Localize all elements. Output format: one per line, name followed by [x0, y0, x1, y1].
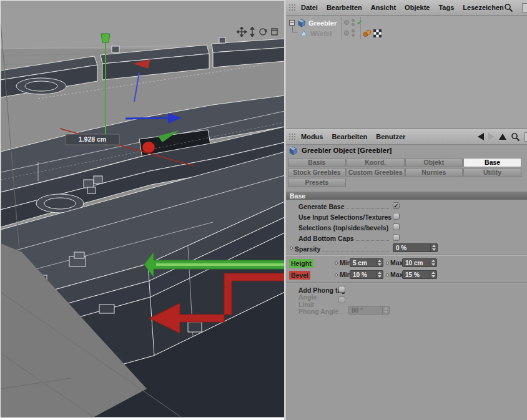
history-back-icon[interactable]	[478, 133, 484, 140]
checkbox-selections[interactable]	[393, 223, 400, 230]
maximize-icon[interactable]	[272, 29, 277, 35]
object-name[interactable]: Greebler	[308, 19, 337, 27]
checkbox-bottom-caps[interactable]	[393, 234, 400, 241]
sparsity-field[interactable]: 0 %	[393, 243, 438, 252]
enabled-check-icon[interactable]: ✓	[357, 18, 363, 27]
tab-base[interactable]: Base	[463, 158, 521, 167]
drag-grip-icon[interactable]	[288, 4, 297, 12]
history-forward-icon[interactable]	[488, 133, 495, 140]
dotted-leader	[347, 203, 389, 209]
enable-toggle[interactable]	[344, 31, 349, 36]
label-generate-base: Generate Base	[298, 203, 345, 210]
object-name[interactable]: Würfel	[310, 30, 332, 37]
attribute-title-text: Greebler Object [Greebler]	[302, 147, 392, 154]
expander-minus-icon[interactable]	[289, 20, 295, 26]
clipped-toolbar-icon[interactable]	[525, 132, 527, 142]
label-max: Max	[390, 271, 403, 278]
tab-koord[interactable]: Koord.	[347, 158, 405, 167]
stepper[interactable]	[430, 259, 436, 266]
label-height-highlighted: Height	[289, 259, 313, 268]
menu-benutzer[interactable]: Benutzer	[376, 133, 405, 140]
material-balls-tag-icon[interactable]	[363, 29, 372, 37]
row-generate-base: Generate Base	[298, 202, 391, 211]
label-phong-angle: Phong Angle	[298, 308, 338, 315]
keyframe-circle[interactable]	[386, 261, 389, 265]
menu-lesezeichen[interactable]: Lesezeichen	[463, 4, 503, 11]
dotted-leader	[340, 308, 345, 314]
label-max: Max	[390, 259, 403, 266]
viewport-3d[interactable]: 1.928 cm	[0, 0, 284, 417]
keyframe-circle[interactable]	[386, 273, 389, 276]
tab-basis[interactable]: Basis	[288, 158, 346, 167]
menu-objekte[interactable]: Objekte	[405, 4, 430, 11]
stepper[interactable]	[376, 259, 383, 266]
height-max-field[interactable]: 10 cm	[402, 258, 437, 267]
tab-custom-greebles[interactable]: Custom Greebles	[347, 168, 405, 177]
checkbox-generate-base[interactable]: ✓	[393, 202, 400, 209]
attribute-title: Greebler Object [Greebler]	[288, 145, 392, 156]
stepper[interactable]	[382, 306, 389, 314]
row-selections: Selections (top/sides/bevels)	[298, 223, 388, 232]
visibility-render-toggle[interactable]	[352, 34, 355, 37]
dolly-icon[interactable]	[251, 27, 254, 37]
keyframe-circle[interactable]	[335, 261, 338, 265]
object-row-greebler[interactable]: Greebler	[297, 17, 337, 28]
right-panel: Datei Bearbeiten Ansicht Objekte Tags Le…	[286, 0, 527, 420]
rotate-icon[interactable]	[260, 29, 267, 35]
measurement-label: 1.928 cm	[66, 134, 119, 145]
clipped-toolbar-icon[interactable]	[522, 3, 527, 12]
menu-datei[interactable]: Datei	[301, 4, 318, 11]
pan-icon[interactable]	[237, 27, 247, 37]
label-use-input: Use Input Selections/Textures	[298, 213, 392, 221]
tab-presets[interactable]: Presets	[288, 178, 346, 187]
visibility-render-toggle[interactable]	[352, 23, 355, 26]
phong-angle-field[interactable]: 80 °	[348, 306, 390, 315]
am-nav-icons	[478, 129, 526, 144]
menu-bearbeiten[interactable]: Bearbeiten	[332, 133, 367, 140]
am-search-icon[interactable]	[511, 132, 520, 142]
sparsity-value: 0 %	[396, 245, 406, 252]
visibility-editor-toggle[interactable]	[352, 19, 355, 22]
stepper[interactable]	[430, 244, 437, 252]
tab-nurnies[interactable]: Nurnies	[405, 168, 463, 177]
menu-bearbeiten[interactable]: Bearbeiten	[327, 4, 362, 11]
checker-tag-icon[interactable]	[373, 29, 382, 37]
drag-grip-icon[interactable]	[288, 133, 297, 141]
row-bottom-caps: Add Bottom Caps	[298, 233, 391, 243]
axis-x-handle[interactable]	[142, 142, 155, 153]
menu-ansicht[interactable]: Ansicht	[371, 4, 396, 11]
bevel-max-value: 15 %	[405, 271, 420, 278]
viewport-nav-icons[interactable]	[237, 27, 278, 37]
checkbox-use-input[interactable]	[393, 213, 400, 220]
stepper[interactable]	[376, 271, 383, 278]
check-icon: ✓	[393, 202, 398, 209]
greebler-object-icon	[297, 19, 306, 27]
viewport-scene[interactable]: 1.928 cm	[1, 24, 285, 418]
bevel-max-field[interactable]: 15 %	[402, 270, 437, 279]
height-min-field[interactable]: 5 cm	[350, 258, 383, 267]
greebler-object-icon	[288, 146, 298, 155]
visibility-editor-toggle[interactable]	[352, 29, 355, 32]
menu-modus[interactable]: Modus	[301, 133, 323, 140]
om-search-icon[interactable]	[504, 3, 513, 15]
row-phong-angle: Phong Angle	[298, 306, 347, 316]
object-row-wuerfel[interactable]: Würfel	[300, 28, 332, 39]
app-window: 1.928 cm	[0, 0, 527, 420]
enable-toggle[interactable]	[344, 20, 349, 25]
svg-text:1.928 cm: 1.928 cm	[79, 135, 106, 143]
row-bevel: Bevel	[289, 270, 310, 280]
section-header-base[interactable]: Base	[286, 191, 527, 200]
height-max-value: 10 cm	[405, 260, 423, 266]
checkbox-add-phong-tag[interactable]	[338, 286, 345, 293]
keyframe-circle[interactable]	[335, 273, 338, 276]
parent-up-icon[interactable]	[499, 134, 506, 140]
tab-objekt[interactable]: Objekt	[405, 158, 463, 167]
stepper[interactable]	[430, 271, 436, 278]
keyframe-circle[interactable]	[290, 247, 293, 250]
tab-stock-greebles[interactable]: Stock Greebles	[288, 168, 346, 177]
tab-utility[interactable]: Utility	[463, 168, 521, 177]
menu-tags[interactable]: Tags	[438, 4, 454, 11]
axis-y-handle[interactable]	[101, 34, 110, 42]
checkbox-angle-limit[interactable]	[338, 296, 345, 303]
bevel-min-field[interactable]: 10 %	[350, 270, 383, 279]
